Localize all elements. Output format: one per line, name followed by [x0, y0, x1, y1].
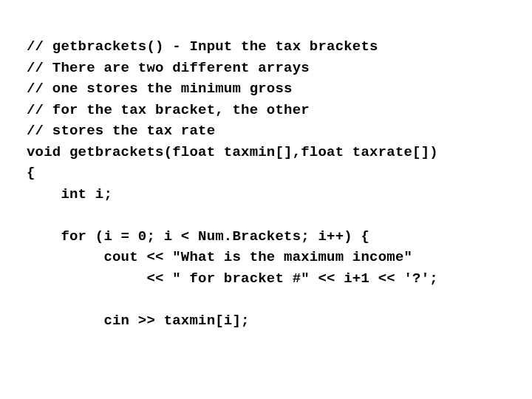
- code-line: for (i = 0; i < Num.Brackets; i++) {: [27, 228, 369, 245]
- code-line: // stores the tax rate: [27, 123, 215, 139]
- code-line: // There are two different arrays: [27, 60, 310, 76]
- code-line: cin >> taxmin[i];: [27, 313, 250, 329]
- code-line: void getbrackets(float taxmin[],float ta…: [27, 144, 438, 160]
- code-snippet: // getbrackets() - Input the tax bracket…: [0, 14, 532, 353]
- code-line: // one stores the minimum gross: [27, 81, 293, 97]
- code-line: << " for bracket #" << i+1 << '?';: [27, 270, 438, 287]
- code-line: cout << "What is the maximum income": [27, 249, 412, 265]
- code-line: // for the tax bracket, the other: [27, 102, 310, 118]
- code-line: int i;: [27, 186, 112, 202]
- code-line: {: [27, 165, 35, 181]
- code-line: // getbrackets() - Input the tax bracket…: [27, 38, 378, 55]
